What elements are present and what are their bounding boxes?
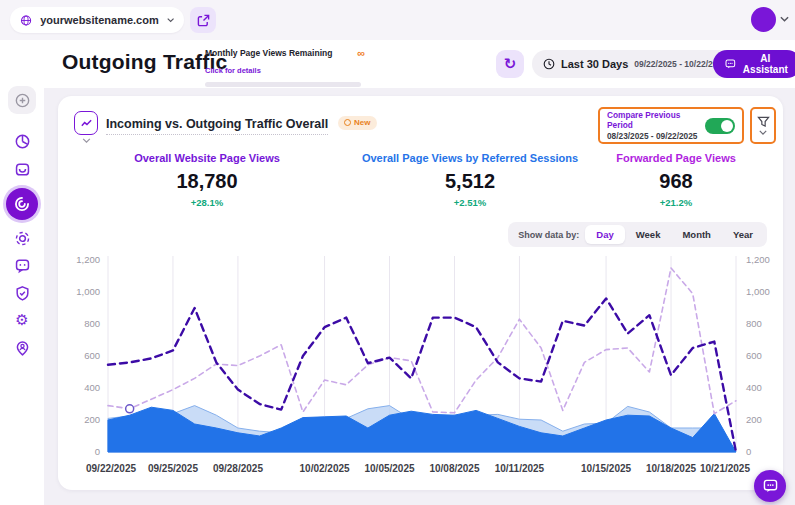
clock-icon: [543, 58, 555, 70]
card-title: Incoming vs. Outgoing Traffic Overall: [106, 117, 328, 135]
metric-referred-sessions-page-views: Overall Page Views by Referred Sessions …: [346, 152, 594, 208]
inbox-icon: [14, 161, 31, 178]
svg-text:0: 0: [746, 446, 751, 457]
share-button[interactable]: [190, 7, 216, 33]
metric-value: 5,512: [346, 170, 594, 193]
svg-text:800: 800: [746, 318, 762, 329]
page-title: Outgoing Traffic: [62, 50, 227, 74]
chevron-down-icon[interactable]: [82, 138, 91, 143]
new-badge-icon: [344, 119, 351, 126]
tab-year[interactable]: Year: [722, 225, 764, 244]
svg-text:10/11/2025: 10/11/2025: [495, 463, 545, 474]
add-circle-icon: [14, 92, 31, 109]
compare-range: 08/23/2025 - 09/22/2025: [607, 131, 699, 141]
sidebar-item-location[interactable]: [8, 334, 36, 362]
chevron-down-icon: [167, 17, 174, 23]
metric-overall-website-page-views: Overall Website Page Views 18,780 +28.1%: [96, 152, 318, 208]
tab-month[interactable]: Month: [671, 225, 722, 244]
svg-text:10/02/2025: 10/02/2025: [300, 463, 350, 474]
svg-text:1,000: 1,000: [76, 286, 100, 297]
avatar[interactable]: [751, 7, 776, 32]
sidebar-item-retargeting[interactable]: [8, 224, 36, 252]
content-area: Incoming vs. Outgoing Traffic Overall Ne…: [44, 88, 795, 505]
svg-text:800: 800: [84, 318, 100, 329]
metric-forwarded-page-views: Forwarded Page Views 968 +21.2%: [582, 152, 770, 208]
pie-chart-icon: [14, 133, 31, 150]
svg-text:10/21/2025: 10/21/2025: [700, 463, 750, 474]
svg-text:09/28/2025: 09/28/2025: [213, 463, 263, 474]
sidebar-item-add[interactable]: [8, 86, 36, 114]
gear-icon: ⚙: [15, 313, 28, 328]
svg-text:200: 200: [746, 414, 762, 425]
ai-chat-icon: [725, 58, 736, 70]
svg-text:200: 200: [84, 414, 100, 425]
svg-text:1,200: 1,200: [746, 254, 770, 265]
page-header: Outgoing Traffic Monthly Page Views Rema…: [44, 40, 795, 88]
svg-text:09/25/2025: 09/25/2025: [148, 463, 198, 474]
metric-delta: +21.2%: [582, 197, 770, 208]
avatar-chevron-icon[interactable]: [780, 16, 789, 22]
svg-text:600: 600: [746, 350, 762, 361]
trend-line-icon: [80, 117, 93, 130]
chevron-down-icon: [759, 130, 767, 135]
svg-text:1,000: 1,000: [746, 286, 770, 297]
svg-text:10/08/2025: 10/08/2025: [429, 463, 479, 474]
top-bar: yourwebsitename.com: [0, 0, 795, 40]
person-pin-icon: [14, 340, 31, 357]
metric-value: 968: [582, 170, 770, 193]
chat-fab-button[interactable]: [754, 470, 786, 502]
metric-delta: +2.51%: [346, 197, 594, 208]
tab-day[interactable]: Day: [585, 225, 624, 244]
shield-check-icon: [14, 285, 31, 302]
svg-text:10/05/2025: 10/05/2025: [364, 463, 414, 474]
target-scan-icon: [14, 230, 31, 247]
quota-progress-bar: [205, 82, 361, 87]
svg-text:400: 400: [84, 382, 100, 393]
svg-text:1,200: 1,200: [76, 254, 100, 265]
metric-value: 18,780: [96, 170, 318, 193]
sidebar-item-settings[interactable]: ⚙: [8, 306, 36, 334]
metric-delta: +28.1%: [96, 197, 318, 208]
chat-bubble-icon: [763, 479, 778, 493]
traffic-chart-container: 002002004004006006008008001,0001,0001,20…: [64, 252, 777, 482]
svg-text:10/15/2025: 10/15/2025: [581, 463, 631, 474]
show-data-by-label: Show data by:: [518, 230, 579, 240]
svg-text:400: 400: [746, 382, 762, 393]
ai-assistant-label: AI Assistant: [742, 53, 789, 75]
date-range-label: Last 30 Days: [561, 58, 628, 70]
quota-title: Monthly Page Views Remaining: [205, 48, 357, 58]
website-selector[interactable]: yourwebsitename.com: [10, 7, 184, 33]
svg-text:09/22/2025: 09/22/2025: [86, 463, 136, 474]
refresh-icon: ↻: [504, 55, 517, 73]
compare-label: Compare Previous Period: [607, 110, 699, 130]
traffic-chart[interactable]: 002002004004006006008008001,0001,0001,20…: [64, 252, 777, 482]
svg-text:10/18/2025: 10/18/2025: [646, 463, 696, 474]
refresh-button[interactable]: ↻: [496, 50, 524, 78]
quota-widget: Monthly Page Views Remaining ∞ Click for…: [205, 47, 365, 87]
filter-control[interactable]: [750, 107, 776, 144]
ai-assistant-button[interactable]: AI Assistant: [713, 50, 795, 78]
chart-widget-icon[interactable]: [74, 111, 98, 135]
show-data-by-tabs: Show data by: Day Week Month Year: [508, 222, 767, 247]
svg-text:0: 0: [95, 446, 100, 457]
tab-week[interactable]: Week: [625, 225, 672, 244]
website-name: yourwebsitename.com: [40, 14, 159, 26]
sidebar-item-messages[interactable]: [8, 251, 36, 279]
external-link-icon: [197, 14, 210, 27]
filter-funnel-icon: [757, 116, 770, 128]
compare-toggle[interactable]: [705, 118, 735, 134]
traffic-swirl-icon: [13, 195, 31, 213]
sidebar: ⚙: [0, 40, 44, 505]
infinity-badge: ∞: [357, 47, 365, 59]
sidebar-item-traffic[interactable]: [6, 188, 38, 220]
svg-text:600: 600: [84, 350, 100, 361]
globe-icon: [20, 13, 32, 28]
traffic-overview-card: Incoming vs. Outgoing Traffic Overall Ne…: [58, 96, 783, 490]
sidebar-item-security[interactable]: [8, 279, 36, 307]
quota-details-link[interactable]: Click for details: [205, 66, 261, 75]
sidebar-item-inbox[interactable]: [8, 155, 36, 183]
chat-icon: [14, 257, 31, 274]
compare-previous-period-control: Compare Previous Period 08/23/2025 - 09/…: [598, 107, 744, 144]
sidebar-item-analytics[interactable]: [8, 127, 36, 155]
new-badge: New: [338, 116, 377, 130]
